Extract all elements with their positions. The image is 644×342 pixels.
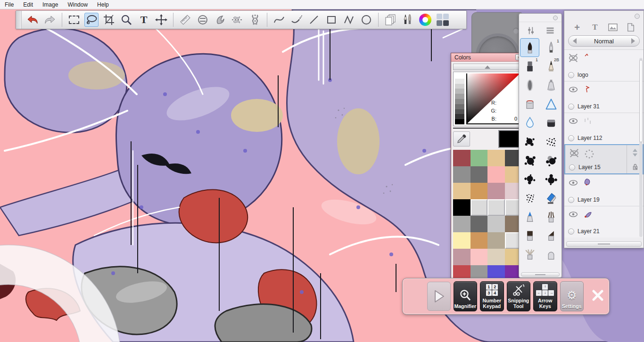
- brush-splatter-4[interactable]: [541, 151, 561, 170]
- layer-row-logo[interactable]: logo: [564, 49, 644, 81]
- smudge-tool[interactable]: [213, 13, 227, 27]
- rectangle-tool[interactable]: [324, 13, 339, 27]
- menu-edit[interactable]: Edit: [18, 0, 38, 9]
- visibility-icon[interactable]: [568, 209, 578, 220]
- layer-row-31[interactable]: Layer 31: [564, 81, 644, 113]
- brush-wet-blender[interactable]: [541, 95, 561, 114]
- pages-tool[interactable]: [383, 13, 397, 27]
- layer-row-19[interactable]: Layer 19: [564, 174, 644, 206]
- brush-round-tip[interactable]: [541, 245, 561, 264]
- text-tool[interactable]: T: [137, 13, 151, 27]
- palette-swatch[interactable]: [471, 216, 488, 232]
- layer-radio[interactable]: [568, 135, 574, 141]
- panel-dot-icon[interactable]: [635, 14, 640, 19]
- layer-radio[interactable]: [568, 197, 574, 203]
- menu-help[interactable]: Help: [92, 0, 114, 9]
- lasso-tool[interactable]: [84, 13, 99, 27]
- brush-flat[interactable]: [520, 227, 539, 245]
- palette-swatch[interactable]: [487, 216, 505, 232]
- scrollbar-thumb[interactable]: [639, 60, 643, 142]
- palette-swatch[interactable]: [471, 166, 488, 183]
- layer-radio[interactable]: [568, 228, 574, 235]
- brush-round[interactable]: [520, 38, 539, 57]
- layer-radio[interactable]: [569, 164, 575, 171]
- layer-row-15[interactable]: Layer 15: [564, 144, 644, 174]
- snipping-tool-button[interactable]: Snipping Tool: [507, 281, 530, 311]
- brush-splatter-3[interactable]: [520, 151, 539, 170]
- settings-button[interactable]: ⚙ Settings: [560, 281, 584, 311]
- colors-panel-titlebar[interactable]: Colors x: [451, 53, 524, 62]
- swatch-grid-tool[interactable]: [436, 13, 450, 27]
- pencils-tool[interactable]: [401, 13, 415, 27]
- brush-fan[interactable]: [520, 245, 539, 264]
- blend-next-button[interactable]: [627, 38, 639, 44]
- colors-collapse-button[interactable]: [453, 64, 522, 70]
- palette-swatch[interactable]: [453, 232, 471, 249]
- play-button[interactable]: [427, 282, 451, 311]
- panel-dot-icon[interactable]: [553, 16, 558, 20]
- visibility-icon[interactable]: [568, 116, 578, 126]
- menu-window[interactable]: Window: [63, 0, 92, 9]
- close-bar-button[interactable]: [591, 289, 604, 304]
- palette-swatch[interactable]: [471, 249, 488, 265]
- polyline-tool[interactable]: [342, 13, 356, 27]
- brush-pencil[interactable]: 2B: [541, 57, 561, 76]
- layer-radio[interactable]: [568, 72, 574, 78]
- brush-water-drop[interactable]: [520, 114, 539, 132]
- redo-button[interactable]: [43, 13, 57, 27]
- symmetry-tool[interactable]: [196, 13, 210, 27]
- palette-swatch[interactable]: [487, 249, 505, 265]
- visibility-off-icon[interactable]: [569, 148, 579, 158]
- brush-airbrush[interactable]: [541, 76, 561, 95]
- paper-button[interactable]: [624, 22, 637, 33]
- visibility-icon[interactable]: [568, 178, 578, 188]
- brush-paint-can[interactable]: [520, 95, 539, 114]
- brush-splatter-5[interactable]: [520, 170, 539, 189]
- brush-chisel-marker[interactable]: [541, 189, 561, 208]
- reorder-updown-icon[interactable]: [630, 147, 640, 158]
- palette-swatch[interactable]: [487, 232, 505, 249]
- visibility-icon[interactable]: [568, 84, 578, 95]
- palette-swatch[interactable]: [471, 150, 488, 166]
- dotted-curve-tool[interactable]: [289, 13, 304, 27]
- grayscale-strip[interactable]: [455, 73, 464, 124]
- layers-panel-resize-handle[interactable]: [566, 241, 642, 247]
- eyedropper-button[interactable]: [453, 131, 470, 147]
- palette-swatch[interactable]: [453, 216, 471, 232]
- ruler-tool[interactable]: [178, 13, 192, 27]
- blend-prev-button[interactable]: [569, 38, 581, 44]
- brush-detail[interactable]: [520, 208, 539, 227]
- toolbar-drag-handle[interactable]: [16, 11, 22, 29]
- crop-tool[interactable]: [102, 13, 116, 27]
- brush-blend-stump[interactable]: [520, 76, 539, 95]
- brush-dots[interactable]: [520, 189, 539, 208]
- brush-panel-resize-handle[interactable]: [521, 272, 560, 277]
- image-layer-button[interactable]: [606, 22, 619, 33]
- brush-bristle[interactable]: [541, 208, 561, 227]
- brush-splatter-1[interactable]: [520, 132, 539, 151]
- zoom-tool[interactable]: [119, 13, 133, 27]
- b-value-field[interactable]: 0: [498, 115, 519, 122]
- brush-settings-button[interactable]: [523, 24, 538, 37]
- brush-marker[interactable]: 1: [520, 57, 539, 76]
- palette-swatch[interactable]: [471, 199, 488, 216]
- palette-swatch[interactable]: [453, 166, 471, 183]
- layer-row-112[interactable]: Layer 112: [564, 113, 644, 144]
- undo-button[interactable]: [25, 13, 40, 27]
- brush-pen[interactable]: 1: [541, 38, 561, 57]
- flip-vertical-tool[interactable]: [231, 13, 245, 27]
- palette-swatch[interactable]: [487, 166, 505, 183]
- rect-select-tool[interactable]: [67, 13, 81, 27]
- palette-swatch[interactable]: [487, 183, 505, 199]
- brush-list-button[interactable]: [543, 24, 558, 37]
- color-wheel-tool[interactable]: [418, 13, 432, 27]
- line-tool[interactable]: [307, 13, 321, 27]
- palette-swatch[interactable]: [487, 199, 505, 216]
- magnifier-button[interactable]: Magnifier: [454, 281, 477, 311]
- palette-swatch[interactable]: [471, 183, 488, 199]
- ellipse-tool[interactable]: [359, 13, 373, 27]
- number-keypad-button[interactable]: 1234 Number Keypad: [480, 281, 504, 311]
- visibility-off-icon[interactable]: [568, 53, 578, 63]
- palette-swatch[interactable]: [453, 199, 471, 216]
- brush-splatter-2[interactable]: [541, 132, 561, 151]
